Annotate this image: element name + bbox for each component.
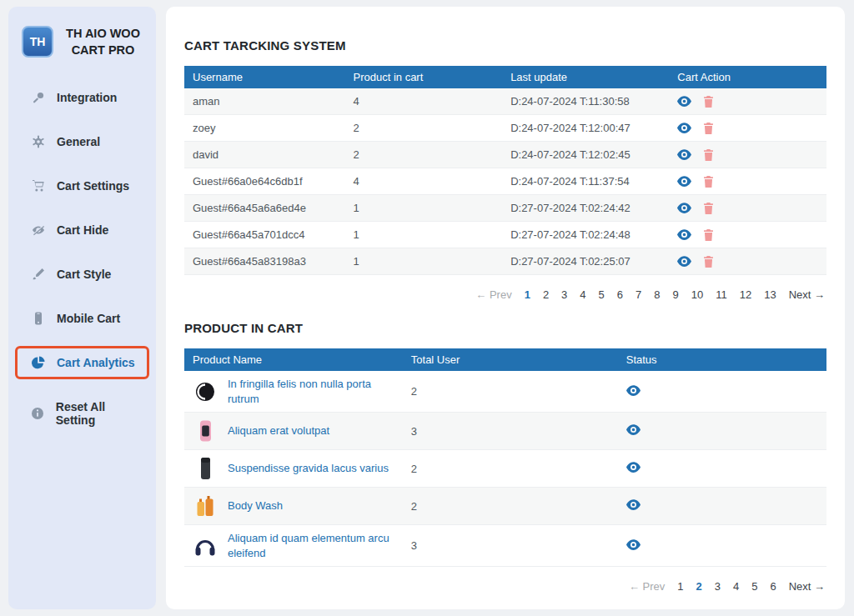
product-name-link[interactable]: Aliquam erat volutpat (228, 423, 329, 438)
delete-cart-icon[interactable] (703, 256, 714, 268)
last-update-cell: D:24-07-2024 T:11:30:58 (502, 88, 669, 115)
delete-cart-icon[interactable] (703, 229, 714, 241)
total-user-cell: 3 (403, 413, 618, 450)
page-button-2[interactable]: 2 (543, 288, 549, 301)
page-button-2[interactable]: 2 (696, 580, 701, 593)
page-button-9[interactable]: 9 (673, 288, 679, 301)
pie-chart-icon (31, 356, 46, 369)
mobile-icon (31, 312, 46, 325)
column-header-username: Username (184, 66, 345, 88)
table-row: Aliquam erat volutpat 3 (184, 413, 826, 450)
page-button-5[interactable]: 5 (751, 580, 757, 593)
sidebar-item-mobile-cart[interactable]: Mobile Cart (15, 302, 149, 335)
username-cell: david (184, 142, 345, 168)
sidebar-item-integration[interactable]: Integration (15, 81, 149, 114)
table-row: Guest#66a45a701dcc4 1 D:27-07-2024 T:02:… (184, 222, 826, 248)
sidebar-item-cart-style[interactable]: Cart Style (15, 258, 149, 291)
column-header-product-name: Product Name (184, 348, 403, 371)
sidebar-item-general[interactable]: General (15, 125, 149, 158)
product-name-link[interactable]: Aliquam id quam elementum arcu eleifend (228, 531, 394, 560)
sidebar-item-cart-analytics[interactable]: Cart Analytics (15, 346, 149, 379)
column-header-last-update: Last update (502, 66, 669, 88)
info-icon (31, 407, 45, 420)
delete-cart-icon[interactable] (703, 123, 714, 134)
sidebar-item-cart-settings[interactable]: Cart Settings (15, 169, 149, 203)
cart-icon (31, 179, 46, 193)
product-in-cart-table: Product Name Total User Status In fringi… (184, 348, 826, 567)
view-cart-icon[interactable] (677, 149, 691, 160)
delete-cart-icon[interactable] (703, 203, 714, 214)
view-cart-icon[interactable] (677, 176, 691, 187)
page-button-4[interactable]: 4 (580, 288, 585, 301)
table-row: Body Wash 2 (184, 488, 826, 525)
username-cell: Guest#66a45a701dcc4 (184, 222, 345, 248)
view-cart-icon[interactable] (677, 229, 691, 240)
table-header-row: Username Product in cart Last update Car… (184, 66, 826, 88)
page-button-3[interactable]: 3 (561, 288, 567, 301)
page-button-8[interactable]: 8 (654, 288, 660, 301)
view-cart-icon[interactable] (677, 203, 691, 213)
sidebar: TH TH AIO WOO CART PRO Integration Gener… (8, 7, 156, 609)
page-button-11[interactable]: 11 (716, 288, 727, 301)
table-row: zoey 2 D:24-07-2024 T:12:00:47 (184, 115, 826, 142)
column-header-product-in-cart: Product in cart (345, 66, 503, 88)
plugin-logo: TH (22, 26, 53, 58)
total-user-cell: 2 (403, 450, 618, 488)
main-panel: CART TARCKING SYSTEM Username Product in… (166, 7, 845, 609)
view-product-status-icon[interactable] (626, 499, 640, 510)
column-header-status: Status (618, 348, 826, 371)
view-cart-icon[interactable] (677, 256, 691, 267)
view-cart-icon[interactable] (677, 123, 691, 133)
sidebar-item-label: Reset All Setting (56, 400, 142, 427)
view-product-status-icon[interactable] (626, 424, 640, 435)
total-user-cell: 2 (403, 488, 618, 525)
eye-slash-icon (31, 223, 46, 237)
view-product-status-icon[interactable] (626, 462, 640, 473)
delete-cart-icon[interactable] (703, 149, 714, 161)
product-name-link[interactable]: In fringilla felis non nulla porta rutru… (228, 377, 394, 406)
page-button-13[interactable]: 13 (764, 288, 776, 301)
table-row: Guest#66a45a6a6ed4e 1 D:27-07-2024 T:02:… (184, 195, 826, 222)
table-row: Guest#66a45a83198a3 1 D:27-07-2024 T:02:… (184, 248, 826, 275)
page-button-5[interactable]: 5 (599, 288, 605, 301)
delete-cart-icon[interactable] (703, 96, 714, 108)
app-window: TH TH AIO WOO CART PRO Integration Gener… (0, 0, 854, 616)
body-wash-thumbnail (193, 493, 218, 518)
product-count-cell: 4 (345, 88, 503, 115)
page-button-1[interactable]: 1 (525, 288, 530, 301)
sidebar-item-label: Cart Hide (57, 223, 108, 237)
sidebar-item-reset-all-setting[interactable]: Reset All Setting (15, 390, 149, 437)
username-cell: zoey (184, 115, 345, 142)
prev-page-button[interactable]: ← Prev (629, 580, 665, 593)
table-row: Guest#66a0e64c6db1f 4 D:24-07-2024 T:11:… (184, 168, 826, 195)
page-button-4[interactable]: 4 (733, 580, 739, 593)
view-product-status-icon[interactable] (626, 539, 640, 550)
page-button-3[interactable]: 3 (715, 580, 721, 593)
table-row: david 2 D:24-07-2024 T:12:02:45 (184, 142, 826, 168)
prev-page-button[interactable]: ← Prev (475, 288, 511, 301)
page-button-6[interactable]: 6 (770, 580, 776, 593)
next-page-button[interactable]: Next → (789, 580, 825, 593)
sidebar-item-cart-hide[interactable]: Cart Hide (15, 213, 149, 247)
cart-tracking-title: CART TARCKING SYSTEM (184, 7, 826, 53)
page-button-6[interactable]: 6 (617, 288, 623, 301)
plugin-brand: TH TH AIO WOO CART PRO (8, 7, 156, 73)
delete-cart-icon[interactable] (703, 176, 714, 188)
last-update-cell: D:24-07-2024 T:12:00:47 (502, 115, 669, 142)
cart-tracking-table: Username Product in cart Last update Car… (184, 66, 826, 275)
table-row: Suspendisse gravida lacus varius 2 (184, 450, 826, 488)
product-name-link[interactable]: Suspendisse gravida lacus varius (228, 461, 389, 476)
view-product-status-icon[interactable] (626, 385, 640, 396)
view-cart-icon[interactable] (677, 96, 691, 107)
speaker-thumbnail (193, 456, 218, 481)
username-cell: Guest#66a0e64c6db1f (184, 168, 345, 195)
page-button-10[interactable]: 10 (691, 288, 703, 301)
next-page-button[interactable]: Next → (789, 288, 825, 301)
gear-icon (31, 135, 46, 148)
page-button-1[interactable]: 1 (677, 580, 683, 593)
table-row: aman 4 D:24-07-2024 T:11:30:58 (184, 88, 826, 115)
page-button-12[interactable]: 12 (740, 288, 751, 301)
sidebar-item-label: Integration (57, 91, 117, 104)
page-button-7[interactable]: 7 (635, 288, 641, 301)
product-name-link[interactable]: Body Wash (228, 498, 283, 513)
